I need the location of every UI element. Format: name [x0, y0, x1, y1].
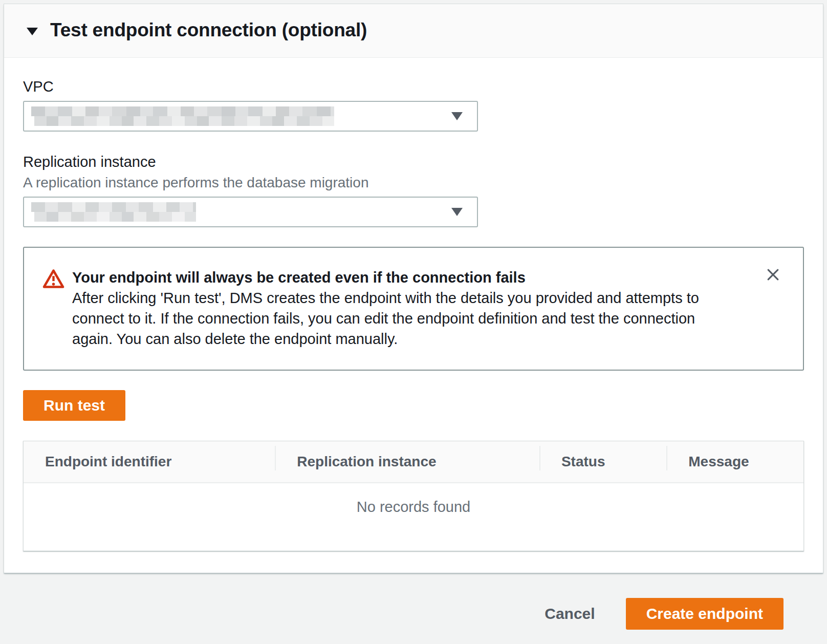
table-header-row: Endpoint identifier Replication instance… [24, 441, 803, 483]
run-test-button[interactable]: Run test [23, 390, 125, 421]
replication-instance-description: A replication instance performs the data… [23, 173, 804, 192]
alert-dismiss-button[interactable] [763, 264, 784, 285]
endpoint-warning-alert: Your endpoint will always be created eve… [23, 247, 804, 371]
vpc-field: VPC [23, 76, 804, 132]
column-header-message: Message [667, 454, 803, 470]
section-body: VPC Replication instance A replication i… [4, 58, 823, 573]
replication-instance-field: Replication instance A replication insta… [23, 152, 804, 227]
footer-actions: Cancel Create endpoint [4, 573, 823, 630]
column-header-replication-instance: Replication instance [275, 454, 540, 470]
create-endpoint-button[interactable]: Create endpoint [626, 598, 784, 630]
alert-text: Your endpoint will always be created eve… [72, 267, 740, 349]
section-header[interactable]: Test endpoint connection (optional) [4, 4, 823, 58]
chevron-down-icon [451, 208, 463, 216]
chevron-down-icon [451, 112, 463, 120]
column-header-status: Status [540, 454, 667, 470]
replication-instance-select[interactable] [23, 197, 478, 227]
redacted-vpc-value [31, 106, 334, 126]
replication-instance-label: Replication instance [23, 152, 804, 172]
vpc-select[interactable] [23, 101, 478, 132]
warning-triangle-icon [42, 269, 64, 291]
test-endpoint-connection-section: Test endpoint connection (optional) VPC … [4, 4, 823, 573]
column-header-endpoint-identifier: Endpoint identifier [24, 454, 275, 470]
section-title: Test endpoint connection (optional) [50, 19, 367, 41]
table-empty-message: No records found [24, 483, 803, 551]
close-icon [766, 276, 780, 284]
redacted-replication-instance-value [31, 202, 196, 222]
cancel-button[interactable]: Cancel [527, 598, 612, 630]
vpc-label: VPC [23, 76, 804, 97]
collapse-triangle-icon[interactable] [27, 28, 38, 35]
alert-title: Your endpoint will always be created eve… [72, 267, 699, 288]
test-results-table: Endpoint identifier Replication instance… [23, 441, 804, 551]
alert-body: After clicking 'Run test', DMS creates t… [72, 288, 699, 349]
page: Test endpoint connection (optional) VPC … [0, 0, 827, 630]
